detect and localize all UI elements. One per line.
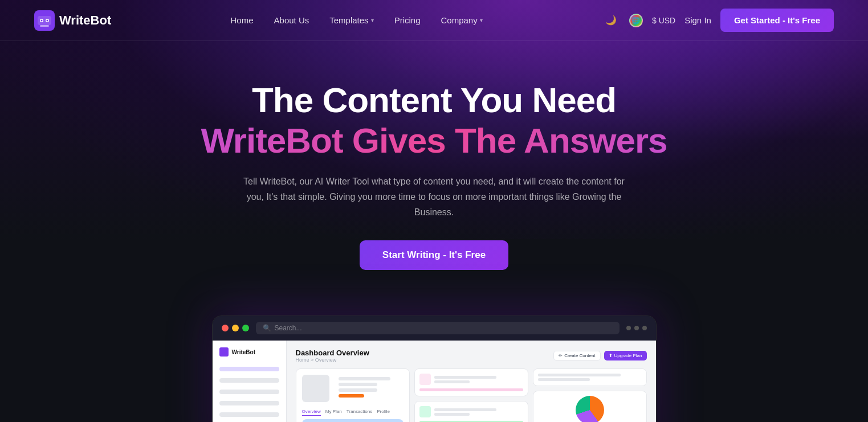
browser-search-bar: 🔍 Search... xyxy=(256,322,620,334)
dot-maximize xyxy=(242,325,249,331)
dash-actions: ✏ Create Content ⬆ Upgrade Plan xyxy=(553,351,646,360)
browser-dots xyxy=(222,325,249,331)
tab-profile: Profile xyxy=(377,408,390,416)
tab-transactions: Transactions xyxy=(347,408,373,416)
card-image xyxy=(302,375,329,402)
card-lines xyxy=(339,375,404,402)
dot-minimize xyxy=(232,325,239,331)
stats-card xyxy=(533,368,647,386)
language-selector[interactable]: 🌐 xyxy=(629,14,643,27)
dash-sidebar: WriteBot xyxy=(213,341,287,422)
svg-rect-6 xyxy=(40,25,49,27)
nav-about[interactable]: About Us xyxy=(265,11,319,30)
nav-templates[interactable]: Templates ▾ xyxy=(320,11,382,30)
navbar: WriteBot Home About Us Templates ▾ Prici… xyxy=(0,0,868,41)
sidebar-item-3 xyxy=(219,390,279,394)
tab-myplan: My Plan xyxy=(325,408,342,416)
right-section xyxy=(533,368,647,422)
sidebar-item-4 xyxy=(219,401,279,405)
sign-in-button[interactable]: Sign In xyxy=(684,15,711,25)
writebot-logo-icon xyxy=(34,10,55,31)
sidebar-item-5 xyxy=(219,412,279,417)
dash-main-card: Overview My Plan Transactions Profile 🤖 xyxy=(296,368,410,422)
mini-card-2 xyxy=(414,401,528,422)
hero-section: The Content You Need WriteBot Gives The … xyxy=(0,41,868,298)
dashboard-inner: WriteBot Dashboard Overview Home > Overv… xyxy=(213,341,656,422)
pie-card xyxy=(533,391,647,422)
search-icon: 🔍 xyxy=(263,324,271,332)
mini-card-icon-2 xyxy=(419,406,431,417)
nav-pricing[interactable]: Pricing xyxy=(385,11,430,30)
dash-illustration: 🤖 xyxy=(302,419,404,422)
dash-title: Dashboard Overview xyxy=(296,349,369,357)
sidebar-item-1 xyxy=(219,367,279,371)
dot-close xyxy=(222,325,229,331)
templates-chevron-icon: ▾ xyxy=(371,17,374,23)
svg-point-4 xyxy=(41,19,43,21)
svg-point-5 xyxy=(47,19,48,21)
dash-logo-text: WriteBot xyxy=(232,349,255,355)
dash-logo-icon xyxy=(219,347,229,357)
tab-overview: Overview xyxy=(302,408,321,416)
card-line-3 xyxy=(339,388,377,392)
dash-logo-row: WriteBot xyxy=(217,347,282,357)
dash-main: Dashboard Overview Home > Overview ✏ Cre… xyxy=(287,341,656,422)
hero-title-line1: The Content You Need xyxy=(11,81,857,120)
svg-rect-1 xyxy=(38,16,51,25)
dashboard-preview: 🔍 Search... WriteBot xyxy=(212,316,657,422)
nav-right: 🌙 🌐 $ USD Sign In Get Started - It's Fre… xyxy=(602,9,834,32)
dark-mode-toggle[interactable]: 🌙 xyxy=(602,11,620,30)
dash-breadcrumb: Home > Overview xyxy=(296,357,369,363)
card-line-accent xyxy=(339,394,365,398)
browser-bar: 🔍 Search... xyxy=(213,316,656,341)
card-line-2 xyxy=(339,383,377,386)
moon-icon: 🌙 xyxy=(605,15,617,26)
hero-title-line2: WriteBot Gives The Answers xyxy=(11,120,857,162)
company-chevron-icon: ▾ xyxy=(480,17,483,23)
nav-home[interactable]: Home xyxy=(222,11,263,30)
logo-link[interactable]: WriteBot xyxy=(34,10,111,31)
mini-card-1 xyxy=(414,368,528,396)
create-content-btn: ✏ Create Content xyxy=(553,351,600,360)
nav-company[interactable]: Company ▾ xyxy=(431,11,491,30)
get-started-button[interactable]: Get Started - It's Free xyxy=(720,9,834,32)
nav-links: Home About Us Templates ▾ Pricing Compan… xyxy=(222,11,492,30)
mini-card-icon-1 xyxy=(419,374,431,385)
logo-text: WriteBot xyxy=(59,13,111,28)
dash-header-row: Dashboard Overview Home > Overview ✏ Cre… xyxy=(296,349,647,363)
dash-content-grid: Overview My Plan Transactions Profile 🤖 xyxy=(296,368,647,422)
upgrade-plan-btn: ⬆ Upgrade Plan xyxy=(604,351,647,360)
dash-tabs-row: Overview My Plan Transactions Profile xyxy=(302,408,404,416)
pie-chart xyxy=(576,396,604,422)
card-line-1 xyxy=(339,377,390,380)
sidebar-item-2 xyxy=(219,378,279,383)
middle-cards xyxy=(414,368,528,422)
currency-display[interactable]: $ USD xyxy=(652,16,675,25)
hero-subtitle: Tell WriteBot, our AI Writer Tool what t… xyxy=(241,174,628,220)
start-writing-button[interactable]: Start Writing - It's Free xyxy=(360,240,508,270)
